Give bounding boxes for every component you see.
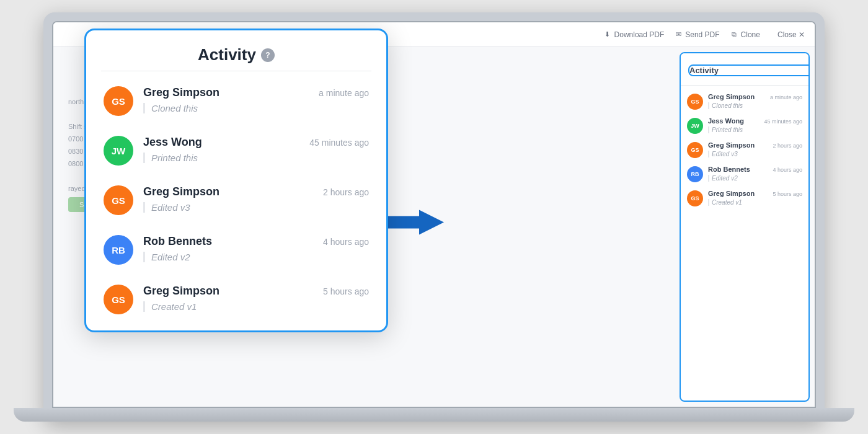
user-name: Greg Simpson (708, 141, 755, 149)
user-name: Rob Bennets (708, 166, 750, 173)
avatar: GS (104, 86, 133, 116)
action-text: Created v1 (708, 199, 802, 206)
send-pdf-button[interactable]: ✉ Send PDF (674, 30, 719, 39)
timestamp: 45 minutes ago (764, 118, 802, 125)
large-panel-title: Activity (198, 45, 256, 64)
svg-marker-0 (382, 210, 444, 235)
user-name: Jess Wong (708, 117, 744, 125)
activity-panel-large: Activity ? GS Greg Simpson a minute ago … (84, 29, 388, 332)
action-text: Edited v3 (708, 151, 802, 157)
user-name: Greg Simpson (143, 185, 219, 198)
action-text: Created v1 (143, 301, 369, 312)
timestamp: 4 hours ago (323, 237, 369, 247)
action-text: Cloned this (143, 103, 369, 113)
avatar: RB (687, 166, 703, 182)
close-button[interactable]: Close ✕ (777, 30, 805, 39)
screen-content: ⬇ Download PDF ✉ Send PDF ⧉ Clone Close … (53, 22, 815, 407)
list-item: GS Greg Simpson a minute ago Cloned this (86, 76, 386, 126)
avatar: GS (104, 285, 133, 314)
user-name: Greg Simpson (708, 93, 755, 100)
timestamp: 2 hours ago (773, 143, 802, 149)
list-item: RB Rob Bennets 4 hours ago Edited v2 (86, 225, 386, 275)
avatar: GS (687, 142, 703, 158)
action-text: Cloned this (708, 102, 802, 109)
close-icon: ✕ (799, 30, 805, 39)
send-icon: ✉ (674, 30, 683, 39)
arrow-indicator (382, 207, 444, 241)
avatar: JW (687, 118, 703, 134)
timestamp: 4 hours ago (773, 167, 802, 173)
action-text: Edited v2 (143, 252, 369, 262)
large-panel-divider (101, 71, 371, 71)
list-item: GS Greg Simpson 5 hours ago Created v1 (681, 186, 808, 210)
action-text: Edited v2 (708, 175, 802, 182)
avatar: GS (687, 190, 703, 206)
user-name: Greg Simpson (143, 285, 219, 298)
user-name: Greg Simpson (143, 86, 219, 99)
timestamp: a minute ago (319, 88, 369, 98)
list-item: RB Rob Bennets 4 hours ago Edited v2 (681, 162, 808, 186)
avatar: JW (104, 136, 133, 166)
action-text: Edited v3 (143, 202, 369, 213)
list-item: GS Greg Simpson 2 hours ago Edited v3 (86, 175, 386, 225)
large-activity-list: GS Greg Simpson a minute ago Cloned this… (86, 76, 386, 324)
avatar: GS (104, 185, 133, 215)
small-activity-list: GS Greg Simpson a minute ago Cloned this… (681, 86, 808, 401)
activity-panel-small: Activity ? GS Greg Simpson a minute ago … (680, 52, 810, 402)
timestamp: 5 hours ago (773, 191, 802, 197)
user-name: Rob Bennets (143, 235, 212, 248)
download-icon: ⬇ (603, 30, 612, 39)
laptop-screen: ⬇ Download PDF ✉ Send PDF ⧉ Clone Close … (52, 21, 816, 408)
list-item: JW Jess Wong 45 minutes ago Printed this (681, 113, 808, 138)
timestamp: a minute ago (770, 94, 802, 100)
user-name: Jess Wong (143, 136, 202, 149)
list-item: GS Greg Simpson 5 hours ago Created v1 (86, 275, 386, 324)
large-panel-header: Activity ? (86, 30, 386, 71)
timestamp: 2 hours ago (323, 187, 369, 197)
timestamp: 5 hours ago (323, 286, 369, 296)
action-text: Printed this (708, 126, 802, 133)
laptop-shell: ⬇ Download PDF ✉ Send PDF ⧉ Clone Close … (43, 12, 825, 422)
avatar: GS (687, 94, 703, 110)
laptop-base (14, 408, 854, 422)
large-help-icon[interactable]: ? (261, 48, 275, 62)
user-name: Greg Simpson (708, 190, 755, 197)
avatar: RB (104, 235, 133, 265)
action-text: Printed this (143, 153, 369, 163)
download-pdf-button[interactable]: ⬇ Download PDF (603, 30, 665, 39)
timestamp: 45 minutes ago (309, 138, 369, 148)
list-item: GS Greg Simpson a minute ago Cloned this (681, 89, 808, 113)
clone-button[interactable]: ⧉ Clone (730, 30, 760, 39)
list-item: GS Greg Simpson 2 hours ago Edited v3 (681, 138, 808, 162)
list-item: JW Jess Wong 45 minutes ago Printed this (86, 126, 386, 175)
small-panel-header: Activity ? (681, 53, 808, 86)
clone-icon: ⧉ (730, 30, 738, 39)
small-panel-title: Activity (688, 64, 810, 76)
